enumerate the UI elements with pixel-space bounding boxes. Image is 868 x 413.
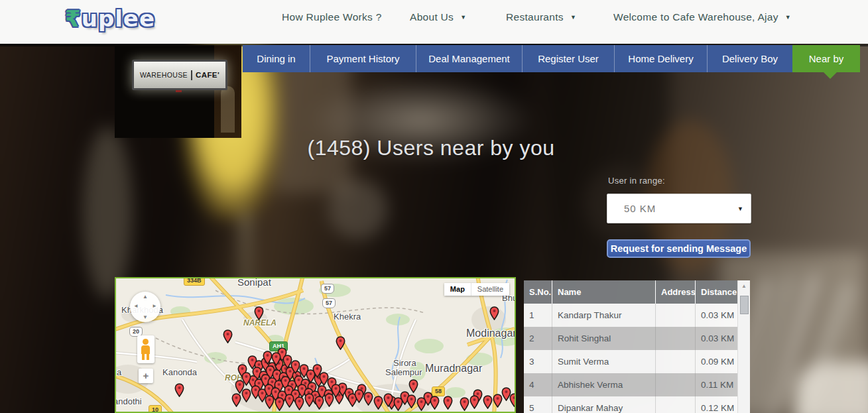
- cell-sno: 2: [524, 327, 552, 350]
- tab-deal-management[interactable]: Deal Management: [416, 45, 522, 72]
- chevron-down-icon: ▼: [460, 14, 466, 21]
- nav-item-restaurants[interactable]: Restaurants▼: [506, 11, 576, 23]
- scrollbar-thumb[interactable]: [740, 296, 749, 314]
- request-message-button[interactable]: Request for sending Message: [607, 239, 751, 258]
- tab-register-user[interactable]: Register User: [522, 45, 614, 72]
- map-pin-icon[interactable]: [284, 394, 294, 408]
- map-pin-icon[interactable]: [223, 329, 233, 343]
- map-pin-icon[interactable]: [336, 336, 345, 350]
- pegman-control[interactable]: [137, 335, 155, 363]
- column-header: Distance: [695, 280, 737, 304]
- top-header: ₹uplee How Ruplee Works ?About Us▼Restau…: [0, 0, 868, 44]
- map-type-satellite-button[interactable]: Satellite: [471, 283, 509, 296]
- map-pin-icon[interactable]: [469, 395, 479, 409]
- column-header: Name: [552, 280, 655, 304]
- map-pin-icon[interactable]: [493, 394, 503, 408]
- map-pin-icon[interactable]: [354, 389, 364, 403]
- cell-dist: 0.03 KM: [695, 304, 737, 327]
- map-label: andothi: [115, 396, 142, 406]
- range-select[interactable]: 50 KM ▼: [607, 194, 751, 223]
- map-label: Muradnagar: [425, 363, 482, 375]
- map-label: Modinagar: [466, 327, 516, 339]
- nav-item-account[interactable]: Welcome to Cafe Warehouse, Ajay▼: [613, 11, 791, 23]
- cell-name: Sumit Verma: [552, 350, 655, 373]
- map-label: Salempur: [385, 367, 422, 377]
- cell-dist: 0.11 KM: [695, 373, 737, 396]
- map-canvas[interactable]: ▲ ▼ ◄ ► + Map Satellite SonipatKharkhoda…: [115, 277, 516, 413]
- map-pin-icon[interactable]: [489, 306, 499, 320]
- table-row: 1Kandarp Thakur0.03 KM: [524, 304, 750, 327]
- tab-dining-in[interactable]: Dining in: [243, 45, 310, 72]
- cell-addr: [655, 350, 695, 373]
- table-row: 4Abhishek Verma0.11 KM: [524, 373, 750, 396]
- map-pin-icon[interactable]: [294, 396, 304, 410]
- range-selected-value: 50 KM: [624, 194, 656, 223]
- map-pin-icon[interactable]: [406, 394, 416, 408]
- map-pin-icon[interactable]: [483, 395, 493, 409]
- map-label: la: [115, 367, 121, 377]
- pan-left-icon[interactable]: ◄: [133, 303, 139, 309]
- map-pin-icon[interactable]: [363, 392, 373, 406]
- nav-item-about-us[interactable]: About Us▼: [410, 11, 466, 23]
- pan-right-icon[interactable]: ►: [152, 303, 157, 309]
- cell-sno: 1: [524, 304, 552, 327]
- road-shield: 10: [149, 405, 162, 413]
- road-shield: 57: [321, 284, 334, 294]
- tab-payment-history[interactable]: Payment History: [310, 45, 416, 72]
- map-pan-control[interactable]: ▲ ▼ ◄ ►: [130, 292, 160, 322]
- map-pin-icon[interactable]: [254, 306, 264, 320]
- map-pin-icon[interactable]: [373, 396, 383, 410]
- cell-dist: 0.12 KM: [695, 396, 737, 413]
- tab-home-delivery[interactable]: Home Delivery: [614, 45, 707, 72]
- map-pin-icon[interactable]: [304, 393, 314, 407]
- table-scrollbar[interactable]: ▲: [737, 280, 750, 413]
- cell-dist: 0.03 KM: [695, 327, 737, 350]
- table-header-row: S.No.NameAddressDistance: [524, 280, 750, 304]
- zoom-in-button[interactable]: +: [139, 369, 153, 383]
- map-pin-icon[interactable]: [443, 396, 453, 410]
- map-pin-icon[interactable]: [231, 393, 241, 407]
- map-label: Sirora: [393, 358, 416, 368]
- map-pin-icon[interactable]: [174, 383, 184, 397]
- map-pin-icon[interactable]: [265, 395, 275, 409]
- map-pin-icon[interactable]: [509, 393, 516, 407]
- tab-delivery-boy[interactable]: Delivery Boy: [707, 45, 792, 72]
- nav-label: How Ruplee Works ?: [282, 11, 382, 23]
- cell-name: Rohit Singhal: [552, 327, 655, 350]
- cell-sno: 4: [524, 373, 552, 396]
- road-shield: 334B: [184, 277, 205, 286]
- map-pin-icon[interactable]: [430, 396, 440, 410]
- select-caret-icon: ▼: [737, 206, 743, 212]
- scroll-up-icon[interactable]: ▲: [738, 280, 750, 292]
- map-pin-icon[interactable]: [275, 397, 284, 411]
- map-type-map-button[interactable]: Map: [444, 283, 471, 296]
- map-pin-icon[interactable]: [241, 388, 251, 402]
- map-label: Sonipat: [237, 277, 271, 288]
- nav-label: Welcome to Cafe Warehouse, Ajay: [613, 11, 778, 23]
- map-pin-icon[interactable]: [460, 397, 469, 411]
- map-pin-icon[interactable]: [416, 397, 426, 411]
- tab-near-by[interactable]: Near by: [792, 45, 860, 72]
- nav-item-how-ruplee-works[interactable]: How Ruplee Works ?: [282, 11, 382, 23]
- map-pin-icon[interactable]: [314, 396, 324, 410]
- table-row: 3Sumit Verma0.09 KM: [524, 350, 750, 373]
- map-pin-icon[interactable]: [408, 379, 418, 393]
- cell-name: Kandarp Thakur: [552, 304, 655, 327]
- map-pin-icon[interactable]: [331, 384, 341, 398]
- map-pin-icon[interactable]: [393, 397, 403, 411]
- pan-down-icon[interactable]: ▼: [143, 314, 148, 320]
- pan-up-icon[interactable]: ▲: [143, 294, 148, 300]
- column-header: Address: [655, 280, 695, 304]
- chevron-down-icon: ▼: [570, 14, 576, 21]
- table-body: 1Kandarp Thakur0.03 KM2Rohit Singhal0.03…: [524, 304, 750, 413]
- page: ₹uplee How Ruplee Works ?About Us▼Restau…: [0, 0, 868, 413]
- column-header: S.No.: [524, 280, 552, 304]
- cell-sno: 3: [524, 350, 552, 373]
- cell-sno: 5: [524, 396, 552, 413]
- logo[interactable]: ₹uplee: [65, 5, 155, 32]
- cell-addr: [655, 396, 695, 413]
- map-pin-icon[interactable]: [271, 352, 281, 366]
- road-shield: 58: [432, 386, 445, 396]
- cell-addr: [655, 304, 695, 327]
- map-pin-icon[interactable]: [383, 393, 393, 407]
